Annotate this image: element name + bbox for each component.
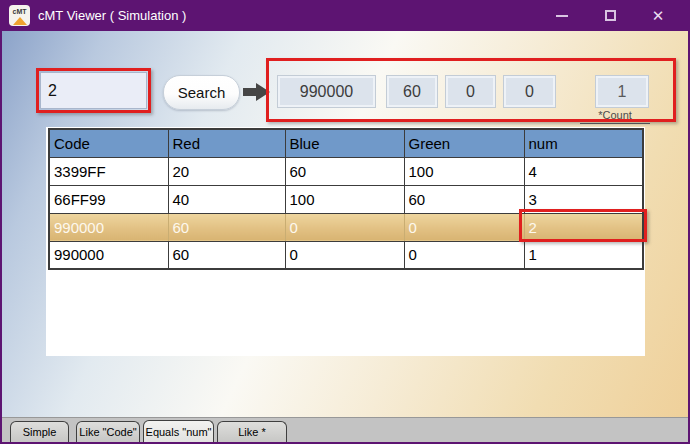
query-input[interactable] [40, 72, 147, 109]
result-red-field: 60 [386, 75, 438, 108]
tab-bar: Simple Like "Code" Equals "num" Like * [2, 417, 688, 442]
minimize-button[interactable] [538, 0, 586, 31]
table-cell[interactable]: 3 [524, 185, 643, 213]
tab-like-star[interactable]: Like * [217, 421, 287, 442]
table-cell[interactable]: 100 [404, 157, 524, 185]
table-cell[interactable]: 0 [285, 241, 404, 269]
column-header-red: Red [168, 129, 285, 157]
arrow-head [256, 83, 270, 101]
table-cell[interactable]: 20 [168, 157, 285, 185]
cmt-logo-text: cMT [13, 7, 27, 16]
column-header-green: Green [404, 129, 524, 157]
table-cell[interactable]: 4 [524, 157, 643, 185]
titlebar[interactable]: cMT cMT Viewer ( Simulation ) ✕ [0, 0, 690, 31]
maximize-icon [605, 10, 616, 21]
table-cell[interactable]: 0 [404, 241, 524, 269]
tab-label: Like * [238, 426, 266, 438]
result-green-field: 0 [503, 75, 556, 108]
close-icon: ✕ [652, 8, 665, 23]
table-cell[interactable]: 3399FF [49, 157, 168, 185]
result-blue-field: 0 [445, 75, 496, 108]
tab-like-code[interactable]: Like "Code" [76, 421, 140, 442]
table-cell[interactable]: 60 [404, 185, 524, 213]
table-cell[interactable]: 990000 [49, 213, 168, 241]
table-header-row: Code Red Blue Green num [49, 129, 643, 157]
tab-label: Like "Code" [79, 426, 136, 438]
result-code-field: 990000 [277, 75, 376, 108]
column-header-num: num [524, 129, 643, 157]
result-count-field: 1 [595, 75, 649, 108]
column-header-blue: Blue [285, 129, 404, 157]
minimize-icon [556, 15, 568, 17]
table-row[interactable]: 66FF99 40 100 60 3 [49, 185, 643, 213]
table-cell[interactable]: 0 [404, 213, 524, 241]
cmt-logo-fan-icon [13, 17, 27, 25]
tab-label: Equals "num" [146, 426, 212, 438]
window-title: cMT Viewer ( Simulation ) [38, 0, 186, 31]
simulation-screen: Search 990000 60 0 0 1 *Count Code Red B… [2, 31, 688, 417]
arrow-right-icon [243, 83, 270, 101]
close-button[interactable]: ✕ [634, 0, 682, 31]
tab-simple[interactable]: Simple [10, 421, 69, 442]
table-cell-found[interactable]: 2 [524, 213, 643, 241]
tab-label: Simple [23, 426, 57, 438]
arrow-shaft [243, 88, 257, 96]
window-controls: ✕ [538, 0, 682, 31]
table-cell[interactable]: 60 [168, 213, 285, 241]
table-cell[interactable]: 990000 [49, 241, 168, 269]
cmt-viewer-window: cMT cMT Viewer ( Simulation ) ✕ Search 9 [0, 0, 690, 444]
table-cell[interactable]: 60 [285, 157, 404, 185]
column-header-code: Code [49, 129, 168, 157]
table-cell[interactable]: 60 [168, 241, 285, 269]
table-cell[interactable]: 40 [168, 185, 285, 213]
tab-equals-num[interactable]: Equals "num" [143, 420, 214, 442]
maximize-button[interactable] [586, 0, 634, 31]
search-button[interactable]: Search [163, 75, 240, 110]
table-row-highlighted[interactable]: 990000 60 0 0 2 [49, 213, 643, 241]
table-row[interactable]: 3399FF 20 60 100 4 [49, 157, 643, 185]
results-table: Code Red Blue Green num 3399FF 20 60 100… [48, 128, 644, 270]
table-cell[interactable]: 1 [524, 241, 643, 269]
table-cell[interactable]: 100 [285, 185, 404, 213]
cmt-app-icon: cMT [9, 5, 30, 26]
count-label: *Count [580, 109, 650, 124]
table-row[interactable]: 990000 60 0 0 1 [49, 241, 643, 269]
table-cell[interactable]: 66FF99 [49, 185, 168, 213]
table-cell[interactable]: 0 [285, 213, 404, 241]
